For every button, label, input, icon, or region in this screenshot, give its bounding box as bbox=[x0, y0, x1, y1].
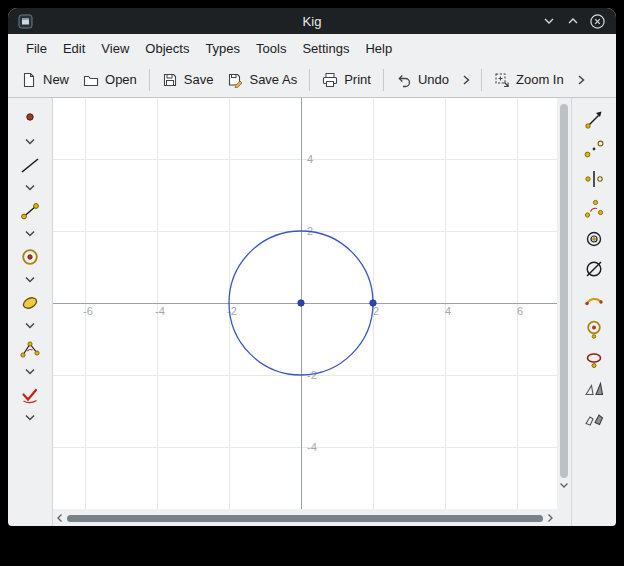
test-tool-dropdown-chevron[interactable] bbox=[18, 413, 42, 423]
angle-tool-dropdown-chevron[interactable] bbox=[18, 367, 42, 377]
translation-tool-button[interactable] bbox=[582, 108, 606, 130]
desktop-background: Kig bbox=[0, 0, 624, 566]
test-tool-button[interactable] bbox=[18, 384, 42, 406]
inversion-tool-button[interactable] bbox=[582, 258, 606, 280]
save-label: Save bbox=[184, 72, 214, 87]
chevron-right-icon bbox=[459, 73, 473, 87]
x-tick-label: 4 bbox=[445, 305, 451, 317]
horizontal-scrollbar[interactable] bbox=[53, 510, 557, 526]
axis-reflection-tool-button[interactable] bbox=[582, 168, 606, 190]
chevron-down-icon bbox=[24, 230, 36, 238]
undo-icon bbox=[396, 72, 412, 88]
conic-arc-icon bbox=[583, 348, 605, 370]
undo-label: Undo bbox=[418, 72, 449, 87]
maximize-button[interactable] bbox=[565, 13, 581, 29]
arc-tool-button[interactable] bbox=[582, 288, 606, 310]
circle-tool-dropdown-chevron[interactable] bbox=[18, 275, 42, 285]
window-title: Kig bbox=[8, 14, 616, 29]
close-icon bbox=[589, 13, 606, 30]
point-tool-button[interactable] bbox=[18, 108, 42, 130]
scale-triangles-icon bbox=[583, 378, 605, 400]
point-object-center[interactable] bbox=[298, 300, 304, 306]
projective-rotation-tool-button[interactable] bbox=[582, 408, 606, 430]
toolbar-separator bbox=[481, 69, 482, 91]
conic-arc-tool-button[interactable] bbox=[582, 348, 606, 370]
angle-icon bbox=[19, 338, 41, 360]
scroll-left-button[interactable] bbox=[56, 513, 63, 523]
x-tick-label: -4 bbox=[155, 305, 165, 317]
test-icon bbox=[19, 384, 41, 406]
save-as-icon bbox=[227, 72, 243, 88]
menu-item-help[interactable]: Help bbox=[357, 37, 400, 60]
horizontal-scrollbar-thumb[interactable] bbox=[67, 515, 543, 522]
toolbar-overflow-button[interactable] bbox=[571, 71, 591, 89]
rotation-tool-button[interactable] bbox=[582, 198, 606, 220]
menu-item-edit[interactable]: Edit bbox=[55, 37, 93, 60]
save-button[interactable]: Save bbox=[155, 68, 221, 92]
point-object-on-circle[interactable] bbox=[370, 300, 376, 306]
point-icon bbox=[19, 108, 41, 130]
undo-button[interactable]: Undo bbox=[389, 68, 456, 92]
spiral-icon bbox=[583, 228, 605, 250]
scale-triangles-tool-button[interactable] bbox=[582, 378, 606, 400]
menu-item-types[interactable]: Types bbox=[197, 37, 248, 60]
toolbar-separator bbox=[149, 69, 150, 91]
similitude-icon bbox=[583, 318, 605, 340]
point-reflection-icon bbox=[583, 138, 605, 160]
menu-item-objects[interactable]: Objects bbox=[137, 37, 197, 60]
chevron-down-icon bbox=[24, 368, 36, 376]
new-label: New bbox=[43, 72, 69, 87]
y-tick-label: -4 bbox=[307, 441, 317, 453]
zoom-in-button[interactable]: Zoom In bbox=[487, 68, 571, 92]
angle-tool-button[interactable] bbox=[18, 338, 42, 360]
conic-tool-dropdown-chevron[interactable] bbox=[18, 321, 42, 331]
open-button[interactable]: Open bbox=[76, 68, 144, 92]
chevron-down-icon bbox=[24, 322, 36, 330]
point-reflection-tool-button[interactable] bbox=[582, 138, 606, 160]
circle-icon bbox=[19, 246, 41, 268]
chevron-up-icon bbox=[565, 13, 581, 29]
chevron-down-icon bbox=[541, 13, 557, 29]
chevron-right-icon bbox=[574, 73, 588, 87]
toolbar-separator bbox=[309, 69, 310, 91]
scroll-down-button[interactable] bbox=[559, 478, 569, 491]
menu-item-settings[interactable]: Settings bbox=[294, 37, 357, 60]
geometry-canvas[interactable]: -6 -4 -2 2 4 6 4 2 -2 -4 bbox=[53, 98, 557, 509]
app-menu-button[interactable] bbox=[18, 14, 33, 29]
similitude-tool-button[interactable] bbox=[582, 318, 606, 340]
scroll-right-button[interactable] bbox=[547, 513, 554, 523]
point-tool-dropdown-chevron[interactable] bbox=[18, 137, 42, 147]
menubar: File Edit View Objects Types Tools Setti… bbox=[8, 34, 616, 62]
x-tick-label: -6 bbox=[83, 305, 93, 317]
segment-tool-dropdown-chevron[interactable] bbox=[18, 229, 42, 239]
close-button[interactable] bbox=[589, 13, 606, 30]
vertical-scrollbar-thumb[interactable] bbox=[560, 104, 568, 478]
segment-tool-button[interactable] bbox=[18, 200, 42, 222]
menu-item-tools[interactable]: Tools bbox=[248, 37, 294, 60]
arc-icon bbox=[583, 288, 605, 310]
toolbar-overflow-button[interactable] bbox=[456, 71, 476, 89]
spiral-tool-button[interactable] bbox=[582, 228, 606, 250]
line-tool-button[interactable] bbox=[18, 154, 42, 176]
print-button[interactable]: Print bbox=[315, 68, 378, 92]
zoom-in-icon bbox=[494, 72, 510, 88]
menu-item-file[interactable]: File bbox=[18, 37, 55, 60]
kig-app-window: Kig bbox=[8, 8, 616, 526]
menu-item-view[interactable]: View bbox=[93, 37, 137, 60]
conic-tool-button[interactable] bbox=[18, 292, 42, 314]
chevron-left-icon bbox=[56, 513, 63, 523]
circle-tool-button[interactable] bbox=[18, 246, 42, 268]
axis-reflection-icon bbox=[583, 168, 605, 190]
line-tool-dropdown-chevron[interactable] bbox=[18, 183, 42, 193]
print-label: Print bbox=[344, 72, 371, 87]
vertical-scrollbar[interactable] bbox=[557, 98, 571, 510]
titlebar[interactable]: Kig bbox=[8, 8, 616, 34]
segment-icon bbox=[19, 200, 41, 222]
left-tool-column bbox=[8, 98, 52, 526]
new-button[interactable]: New bbox=[14, 68, 76, 92]
save-as-button[interactable]: Save As bbox=[220, 68, 304, 92]
minimize-button[interactable] bbox=[541, 13, 557, 29]
content-area: -6 -4 -2 2 4 6 4 2 -2 -4 bbox=[8, 98, 616, 526]
x-tick-label: 2 bbox=[373, 305, 379, 317]
open-label: Open bbox=[105, 72, 137, 87]
